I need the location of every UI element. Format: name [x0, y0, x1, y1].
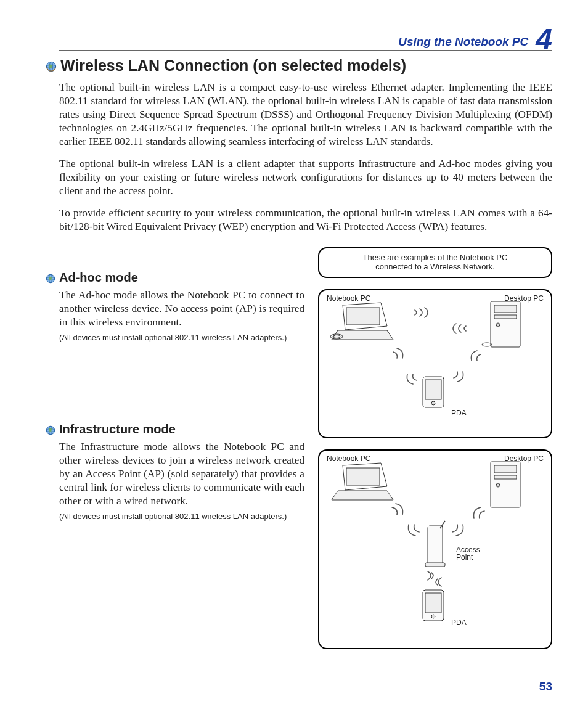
globe-icon [46, 61, 57, 72]
svg-rect-24 [346, 468, 380, 485]
section-para-2: The optional built-in wireless LAN is a … [59, 157, 552, 198]
section-title-row: Wireless LAN Connection (on selected mod… [46, 57, 552, 75]
diagram-caption: These are examples of the Notebook PC co… [318, 247, 552, 278]
svg-rect-30 [425, 563, 445, 567]
infra-diagram: Notebook PC Desktop PC AccessPoint PDA [318, 449, 552, 649]
svg-rect-26 [494, 465, 517, 473]
infra-svg [319, 451, 535, 631]
globe-icon [46, 274, 55, 284]
adhoc-note: (All devices must install optional 802.1… [59, 333, 304, 342]
section-para-3: To provide efficient security to your wi… [59, 207, 552, 234]
adhoc-svg [319, 290, 535, 420]
svg-marker-22 [332, 491, 393, 500]
header-title: Using the Notebook PC [398, 35, 528, 49]
svg-point-17 [496, 323, 500, 327]
adhoc-title-row: Ad-hoc mode [46, 271, 304, 285]
infra-title: Infrastructure mode [59, 422, 176, 436]
adhoc-para: The Ad-hoc mode allows the Notebook PC t… [59, 288, 304, 329]
svg-rect-11 [346, 308, 380, 325]
svg-rect-20 [425, 380, 441, 399]
chapter-number: 4 [536, 26, 552, 52]
adhoc-diagram: Notebook PC Desktop PC PDA [318, 289, 552, 438]
adhoc-title: Ad-hoc mode [59, 271, 138, 285]
svg-rect-33 [425, 593, 441, 613]
infra-note: (All devices must install optional 802.1… [59, 512, 304, 521]
page-number: 53 [539, 680, 552, 694]
svg-rect-15 [494, 305, 517, 313]
infra-para: The Infrastructure mode allows the Noteb… [59, 440, 304, 508]
svg-rect-16 [494, 315, 517, 319]
svg-point-21 [431, 401, 435, 405]
globe-icon [46, 425, 55, 435]
section-title: Wireless LAN Connection (on selected mod… [60, 57, 406, 75]
svg-rect-27 [494, 475, 517, 479]
svg-point-34 [431, 615, 435, 618]
infra-title-row: Infrastructure mode [46, 422, 304, 436]
caption-line-1: These are examples of the Notebook PC [363, 253, 508, 262]
page-header: Using the Notebook PC 4 [59, 22, 552, 51]
svg-rect-29 [428, 526, 443, 565]
caption-line-2: connected to a Wireless Network. [375, 262, 495, 271]
section-para-1: The optional built-in wireless LAN is a … [59, 81, 552, 149]
svg-point-28 [496, 483, 500, 487]
